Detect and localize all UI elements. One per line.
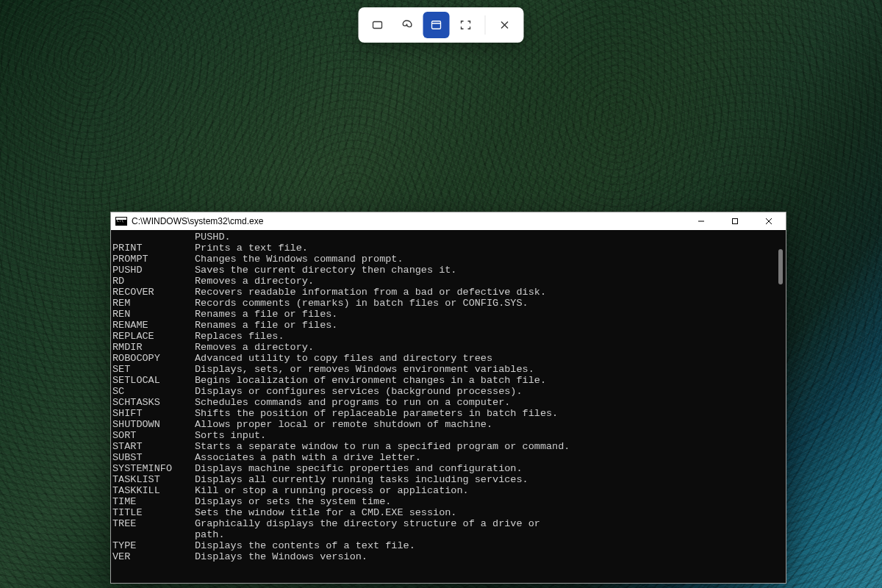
terminal-line: PUSHD. <box>112 232 784 243</box>
help-description: Sorts input. <box>195 430 266 441</box>
help-command: TITLE <box>112 507 195 518</box>
terminal-line: SORTSorts input. <box>112 430 784 441</box>
help-description: Prints a text file. <box>195 243 308 254</box>
close-snip-button[interactable] <box>492 12 518 38</box>
help-description: Displays or configures services (backgro… <box>195 386 523 397</box>
terminal-line: PUSHDSaves the current directory then ch… <box>112 265 784 276</box>
terminal-line: STARTStarts a separate window to run a s… <box>112 441 784 452</box>
terminal-line: VERDisplays the Windows version. <box>112 551 784 562</box>
close-icon <box>765 218 772 225</box>
terminal-line: REMRecords comments (remarks) in batch f… <box>112 298 784 309</box>
terminal-line: SUBSTAssociates a path with a drive lett… <box>112 452 784 463</box>
terminal-line: PROMPTChanges the Windows command prompt… <box>112 254 784 265</box>
toolbar-separator <box>485 15 486 35</box>
terminal-scrollbar-thumb[interactable] <box>778 249 783 284</box>
help-description: path. <box>195 529 225 540</box>
minimize-button[interactable] <box>684 212 718 230</box>
help-description: Shifts the position of replaceable param… <box>195 408 558 419</box>
help-description: Replaces files. <box>195 331 284 342</box>
help-description: Schedules commands and programs to run o… <box>195 397 510 408</box>
cmd-title-text: C:\WINDOWS\system32\cmd.exe <box>132 216 263 226</box>
close-icon <box>498 18 512 32</box>
cmd-terminal-output[interactable]: PUSHD.PRINTPrints a text file.PROMPTChan… <box>111 230 786 583</box>
window-snip-button[interactable] <box>423 12 450 38</box>
freeform-icon <box>401 18 414 32</box>
help-command: REM <box>112 298 195 309</box>
help-command: RECOVER <box>112 287 195 298</box>
maximize-icon <box>731 218 739 225</box>
help-command: SHUTDOWN <box>112 419 195 430</box>
maximize-button[interactable] <box>718 212 752 230</box>
terminal-line: PRINTPrints a text file. <box>112 243 784 254</box>
help-command: RMDIR <box>112 342 195 353</box>
desktop-wallpaper: C:\WINDOWS\system32\cmd.exe PUSHD.PRINTP… <box>0 0 882 588</box>
help-description: Renames a file or files. <box>195 309 337 320</box>
help-description: Kill or stop a running process or applic… <box>195 485 469 496</box>
help-description: Recovers readable information from a bad… <box>195 287 546 298</box>
terminal-line: TASKLISTDisplays all currently running t… <box>112 474 784 485</box>
cmd-window[interactable]: C:\WINDOWS\system32\cmd.exe PUSHD.PRINTP… <box>110 212 786 584</box>
help-description: Associates a path with a drive letter. <box>195 452 421 463</box>
cmd-titlebar[interactable]: C:\WINDOWS\system32\cmd.exe <box>111 212 786 230</box>
help-description: Removes a directory. <box>195 276 314 287</box>
terminal-line: SCHTASKSSchedules commands and programs … <box>112 397 784 408</box>
help-command: SUBST <box>112 452 195 463</box>
help-description: Changes the Windows command prompt. <box>195 254 404 265</box>
help-description: Displays machine specific properties and… <box>195 463 523 474</box>
terminal-line: SETLOCALBegins localization of environme… <box>112 375 784 386</box>
help-description: Displays the contents of a text file. <box>195 540 415 551</box>
help-command: PROMPT <box>112 254 195 265</box>
help-description: Displays, sets, or removes Windows envir… <box>195 364 534 375</box>
help-description: Graphically displays the directory struc… <box>195 518 540 529</box>
terminal-line: SHIFTShifts the position of replaceable … <box>112 408 784 419</box>
fullscreen-snip-button[interactable] <box>453 12 479 38</box>
help-command: RD <box>112 276 195 287</box>
terminal-line: TASKKILLKill or stop a running process o… <box>112 485 784 496</box>
help-description: Starts a separate window to run a specif… <box>195 441 570 452</box>
help-command: VER <box>112 551 195 562</box>
terminal-line: REPLACEReplaces files. <box>112 331 784 342</box>
help-command: START <box>112 441 195 452</box>
terminal-scrollbar[interactable] <box>774 230 786 583</box>
terminal-line: RENAMERenames a file or files. <box>112 320 784 331</box>
help-description: Renames a file or files. <box>195 320 337 331</box>
rectangle-icon <box>371 18 384 32</box>
rectangle-snip-button[interactable] <box>365 12 391 38</box>
freeform-snip-button[interactable] <box>394 12 420 38</box>
help-command: SHIFT <box>112 408 195 419</box>
help-description: Allows proper local or remote shutdown o… <box>195 419 492 430</box>
terminal-line: TREEGraphically displays the directory s… <box>112 518 784 529</box>
help-command: SET <box>112 364 195 375</box>
help-command: TYPE <box>112 540 195 551</box>
window-controls <box>684 212 786 230</box>
svg-rect-0 <box>373 22 382 29</box>
fullscreen-icon <box>459 18 473 32</box>
terminal-line: RDRemoves a directory. <box>112 276 784 287</box>
help-command: SYSTEMINFO <box>112 463 195 474</box>
terminal-line: SCDisplays or configures services (backg… <box>112 386 784 397</box>
help-command: PUSHD <box>112 265 195 276</box>
terminal-line: TITLESets the window title for a CMD.EXE… <box>112 507 784 518</box>
close-window-button[interactable] <box>752 212 786 230</box>
help-description: Displays the Windows version. <box>195 551 368 562</box>
terminal-line: RECOVERRecovers readable information fro… <box>112 287 784 298</box>
help-command: RENAME <box>112 320 195 331</box>
window-icon <box>430 18 443 32</box>
help-description: Displays all currently running tasks inc… <box>195 474 528 485</box>
help-command: SCHTASKS <box>112 397 195 408</box>
help-command: SORT <box>112 430 195 441</box>
help-command: TREE <box>112 518 195 529</box>
terminal-line: path. <box>112 529 784 540</box>
svg-rect-1 <box>432 21 441 29</box>
help-description: Saves the current directory then changes… <box>195 265 456 276</box>
help-command: REPLACE <box>112 331 195 342</box>
help-command: REN <box>112 309 195 320</box>
help-command: TASKLIST <box>112 474 195 485</box>
terminal-line: RMDIRRemoves a directory. <box>112 342 784 353</box>
help-command: SC <box>112 386 195 397</box>
snipping-toolbar <box>359 7 524 43</box>
help-description: Displays or sets the system time. <box>195 496 391 507</box>
help-description: Removes a directory. <box>195 342 314 353</box>
help-description: Records comments (remarks) in batch file… <box>195 298 528 309</box>
svg-rect-6 <box>733 219 738 224</box>
